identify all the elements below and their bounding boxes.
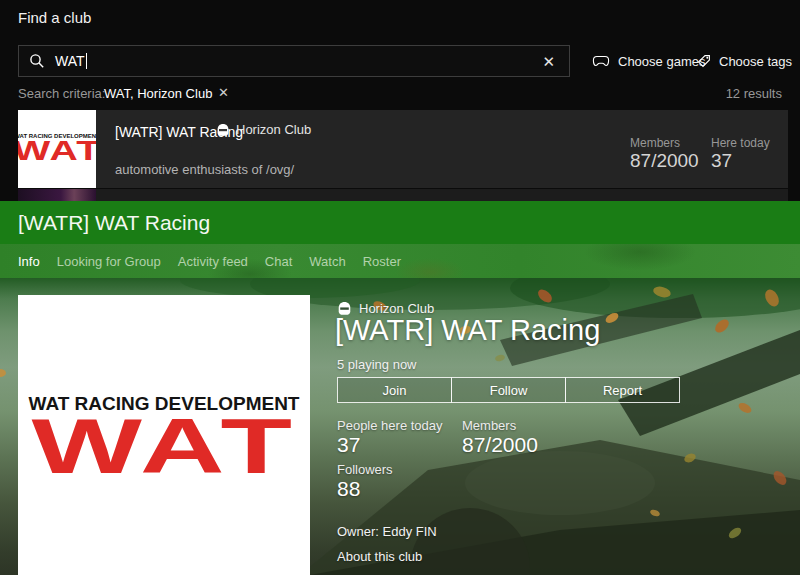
club-banner: [WATR] WAT Racing: [0, 201, 800, 244]
club-logo-card: WAT RACING DEVELOPMENT WAT: [18, 295, 310, 575]
page-title: Find a club: [18, 9, 91, 26]
search-input[interactable]: WAT ✕: [18, 45, 570, 77]
follow-button[interactable]: Follow: [451, 377, 566, 403]
club-owner: Owner: Eddy FIN: [337, 524, 437, 539]
followers-value: 88: [337, 477, 360, 501]
people-here-today-value: 37: [337, 433, 360, 457]
club-tabbar: Info Looking for Group Activity feed Cha…: [0, 244, 800, 278]
tab-roster[interactable]: Roster: [363, 254, 401, 269]
club-banner-title: [WATR] WAT Racing: [18, 211, 210, 235]
search-criteria-value: WAT, Horizon Club: [104, 86, 212, 101]
thumb-logo-text-big: WAT: [18, 139, 96, 165]
club-result-thumbnail: WAT RACING DEVELOPMENT WAT: [18, 110, 96, 188]
find-a-club-screen: Find a club WAT ✕ Choose games Choose ta…: [0, 0, 800, 575]
result-here-today-label: Here today: [711, 136, 770, 150]
gamepad-icon: [592, 55, 610, 68]
search-query-text: WAT: [55, 53, 85, 69]
result-club-type: Horizon Club: [216, 122, 311, 137]
members-label: Members: [462, 418, 516, 433]
club-logo-text-big: WAT: [18, 407, 310, 485]
result-members-value: 87/2000: [630, 150, 699, 172]
result-members-label: Members: [630, 136, 680, 150]
report-button[interactable]: Report: [565, 377, 680, 403]
choose-tags-label: Choose tags: [719, 54, 792, 69]
choose-games-button[interactable]: Choose games: [592, 45, 705, 77]
members-value: 87/2000: [462, 433, 538, 457]
club-action-buttons: Join Follow Report: [337, 377, 680, 403]
about-this-club-link[interactable]: About this club: [337, 549, 422, 564]
results-count: 12 results: [602, 86, 782, 101]
tab-activity-feed[interactable]: Activity feed: [178, 254, 248, 269]
search-icon: [29, 53, 45, 69]
search-criteria-label: Search criteria:: [18, 86, 105, 101]
choose-games-label: Choose games: [618, 54, 705, 69]
join-button[interactable]: Join: [337, 377, 452, 403]
tab-looking-for-group[interactable]: Looking for Group: [57, 254, 161, 269]
remove-criteria-icon[interactable]: ✕: [218, 85, 229, 100]
next-result-thumbnail: [18, 189, 96, 201]
choose-tags-button[interactable]: Choose tags: [697, 45, 792, 77]
result-club-type-label: Horizon Club: [236, 122, 311, 137]
text-caret: [86, 53, 87, 69]
followers-label: Followers: [337, 462, 393, 477]
result-description: automotive enthusiasts of /ovg/: [115, 162, 294, 177]
tab-chat[interactable]: Chat: [265, 254, 292, 269]
club-page-title: [WATR] WAT Racing: [335, 314, 600, 347]
clear-search-icon[interactable]: ✕: [538, 52, 559, 71]
club-result-row[interactable]: WAT RACING DEVELOPMENT WAT [WATR] WAT Ra…: [18, 110, 788, 188]
tab-watch[interactable]: Watch: [309, 254, 345, 269]
tab-info[interactable]: Info: [18, 254, 40, 269]
horizon-helmet-icon: [216, 123, 230, 137]
next-result-row-partial[interactable]: [18, 189, 788, 201]
people-here-today-label: People here today: [337, 418, 443, 433]
playing-now-status: 5 playing now: [337, 357, 417, 372]
result-here-today-value: 37: [711, 150, 732, 172]
tag-icon: [697, 54, 711, 68]
